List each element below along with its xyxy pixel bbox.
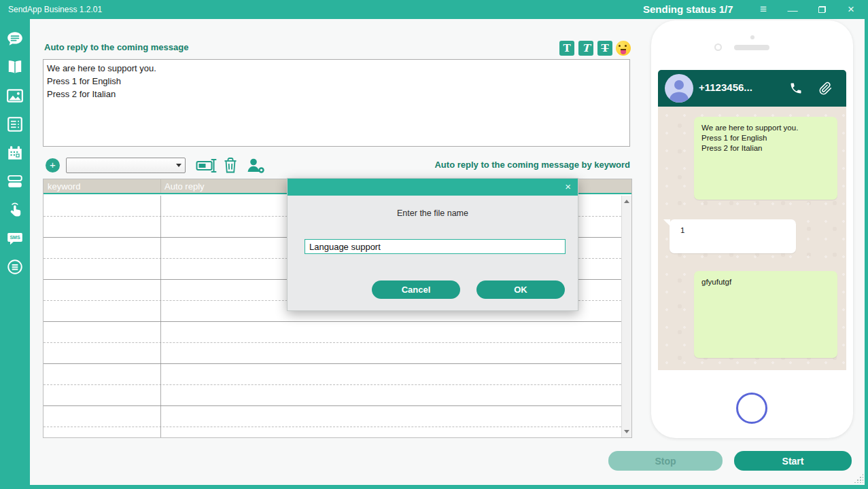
- sidebar-item-book[interactable]: [6, 58, 24, 76]
- message-bubble-outgoing: gfyufutgf: [694, 271, 837, 358]
- app-window: SendApp Business 1.2.01 Sending status 1…: [0, 0, 868, 489]
- bold-icon[interactable]: T: [559, 41, 574, 56]
- app-title: SendApp Business 1.2.01: [8, 5, 102, 14]
- auto-reply-label: Auto reply to the coming message: [44, 42, 188, 52]
- rename-icon: [196, 158, 217, 173]
- bulk-messages-icon: [6, 173, 24, 190]
- italic-icon[interactable]: T: [578, 41, 593, 56]
- contact-gear-icon: [246, 157, 266, 174]
- sidebar-item-list[interactable]: [6, 115, 24, 133]
- sidebar-item-calendar[interactable]: [6, 144, 24, 162]
- close-icon[interactable]: ×: [842, 0, 860, 19]
- ok-button[interactable]: OK: [476, 280, 565, 299]
- sidebar-item-sms[interactable]: SMS: [6, 230, 24, 247]
- calendar-icon: [6, 144, 24, 162]
- table-row[interactable]: [44, 385, 621, 406]
- start-button[interactable]: Start: [734, 451, 852, 471]
- book-icon: [6, 58, 24, 76]
- delete-button[interactable]: [223, 157, 238, 174]
- table-row[interactable]: [44, 364, 621, 385]
- file-name-dialog: × Enter the file name Cancel OK: [287, 178, 578, 311]
- menu-circle-icon: [6, 258, 24, 276]
- strikethrough-icon[interactable]: T: [597, 41, 612, 56]
- chat-header: +1123456...: [658, 70, 846, 107]
- contact-settings-button[interactable]: [246, 157, 266, 174]
- rename-button[interactable]: [196, 158, 217, 173]
- list-icon: [6, 115, 24, 133]
- sms-icon: SMS: [6, 230, 24, 247]
- trash-icon: [223, 157, 238, 174]
- scroll-up-icon[interactable]: [624, 200, 629, 203]
- phone-speaker: [734, 45, 769, 50]
- table-row[interactable]: [44, 427, 621, 437]
- sidebar-item-menu[interactable]: [6, 258, 24, 276]
- phone-camera: [714, 43, 722, 51]
- minimize-icon[interactable]: —: [784, 0, 801, 19]
- svg-text:SMS: SMS: [10, 235, 20, 240]
- column-separator: [160, 196, 161, 437]
- window-border-right: [865, 0, 868, 489]
- keyword-reply-label: Auto reply to the coming message by keyw…: [408, 160, 630, 170]
- sidebar-item-tap[interactable]: [6, 201, 24, 219]
- chat-area: We are here to support you. Press 1 for …: [658, 107, 846, 370]
- message-bubble-incoming: 1: [670, 219, 796, 253]
- sending-status: Sending status 1/7: [643, 3, 733, 15]
- column-header-auto-reply: Auto reply: [164, 181, 205, 192]
- cancel-button[interactable]: Cancel: [372, 280, 460, 299]
- chevron-down-icon: [176, 164, 181, 167]
- call-icon[interactable]: [789, 82, 803, 95]
- menu-icon[interactable]: ≡: [754, 0, 772, 19]
- stop-button[interactable]: Stop: [608, 451, 723, 471]
- window-border-bottom: [0, 485, 868, 489]
- sidebar-item-image[interactable]: [6, 87, 24, 105]
- scroll-down-icon[interactable]: [624, 430, 629, 433]
- sidebar-item-chat[interactable]: [6, 30, 24, 48]
- dialog-titlebar: ×: [288, 179, 578, 196]
- phone-sensor-dot: [750, 35, 754, 39]
- tap-icon: [6, 201, 24, 219]
- table-row[interactable]: [44, 343, 621, 364]
- dialog-prompt: Enter the file name: [288, 209, 578, 218]
- auto-reply-textarea[interactable]: We are here to support you. Press 1 for …: [43, 59, 630, 147]
- chat-icon: [6, 30, 24, 48]
- phone-preview: +1123456... We are here to support you. …: [651, 20, 853, 438]
- table-scrollbar[interactable]: [621, 196, 631, 437]
- sidebar: SMS: [0, 19, 30, 489]
- column-header-keyword: keyword: [48, 181, 80, 192]
- add-template-button[interactable]: +: [46, 158, 60, 173]
- avatar: [665, 74, 693, 103]
- image-icon: [6, 87, 24, 105]
- file-name-input[interactable]: [305, 239, 566, 254]
- message-bubble-outgoing: We are here to support you. Press 1 for …: [694, 117, 837, 200]
- restore-icon[interactable]: [813, 0, 831, 19]
- table-row[interactable]: [44, 406, 621, 427]
- contact-number: +1123456...: [699, 82, 752, 93]
- table-row[interactable]: [44, 322, 621, 343]
- emoji-icon[interactable]: [616, 41, 631, 56]
- sidebar-item-bulk-messages[interactable]: [6, 173, 24, 190]
- template-select[interactable]: [66, 158, 186, 173]
- resize-grip[interactable]: [854, 473, 863, 483]
- attachment-icon[interactable]: [818, 81, 833, 95]
- home-button[interactable]: [736, 393, 767, 424]
- dialog-close-icon[interactable]: ×: [565, 181, 571, 192]
- titlebar: SendApp Business 1.2.01 Sending status 1…: [0, 0, 868, 19]
